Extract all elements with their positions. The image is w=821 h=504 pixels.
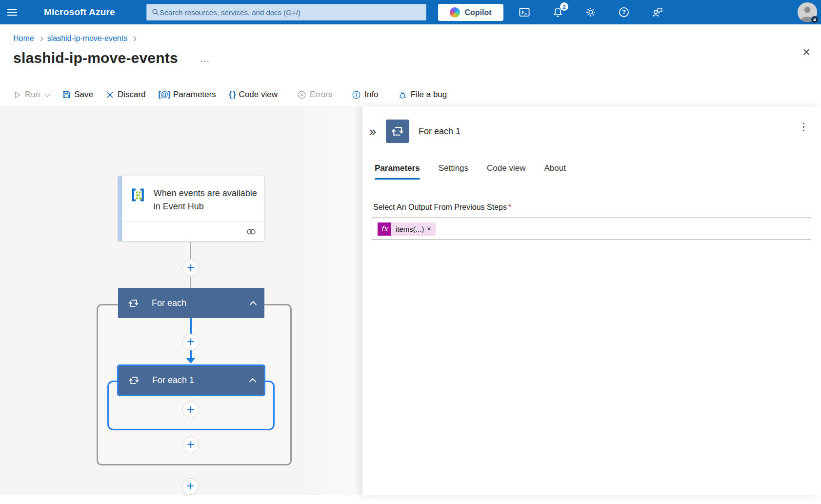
- designer-canvas[interactable]: When events are available in Event Hub +: [0, 106, 362, 495]
- foreach-loop-icon: [128, 298, 139, 308]
- search-icon: [152, 8, 160, 16]
- tab-about[interactable]: About: [544, 163, 565, 180]
- add-step-button[interactable]: +: [182, 334, 199, 350]
- required-marker: *: [508, 203, 511, 211]
- collapse-chevron-up-icon[interactable]: [250, 301, 257, 307]
- notification-badge: 2: [560, 2, 568, 11]
- breadcrumb-current-link[interactable]: slashid-ip-move-events: [47, 34, 128, 43]
- copilot-button[interactable]: Copilot: [438, 4, 503, 21]
- hamburger-icon: [7, 12, 17, 13]
- foreach1-details-panel: » For each 1 ⋮ Parameters Settings Code …: [362, 106, 821, 495]
- bug-icon: [398, 90, 407, 100]
- trigger-accent-bar: [118, 176, 122, 241]
- add-step-button[interactable]: +: [182, 260, 199, 276]
- foreach-panel-loop-icon: [386, 120, 409, 143]
- foreach1-label: For each 1: [152, 375, 250, 385]
- panel-header: » For each 1 ⋮: [362, 106, 821, 143]
- fx-icon: fx: [378, 222, 391, 236]
- svg-text:?: ?: [622, 9, 626, 16]
- code-view-button[interactable]: { } Code view: [222, 83, 284, 106]
- token-remove-icon[interactable]: ×: [427, 225, 431, 233]
- discard-x-icon: [106, 91, 114, 99]
- feedback-icon[interactable]: [648, 3, 666, 21]
- info-icon: [352, 90, 361, 100]
- foreach-header[interactable]: For each: [118, 288, 264, 318]
- info-button[interactable]: Info: [345, 83, 384, 106]
- connector-line-blue: [190, 318, 192, 334]
- token-text: items(...): [396, 225, 424, 233]
- expression-token[interactable]: fx items(...) ×: [378, 222, 436, 236]
- hamburger-menu-button[interactable]: [0, 0, 24, 24]
- discard-button[interactable]: Discard: [100, 83, 152, 106]
- collapse-chevron-up-icon[interactable]: [249, 378, 256, 385]
- foreach-loop-icon: [129, 375, 139, 385]
- add-step-button[interactable]: +: [182, 402, 199, 418]
- kebab-menu-icon[interactable]: ⋮: [799, 121, 809, 133]
- foreach-label: For each: [152, 298, 251, 308]
- parameters-icon: [@]: [159, 90, 170, 99]
- breadcrumb-chevron-icon: [38, 37, 43, 41]
- page-title: slashid-ip-move-events: [13, 50, 178, 66]
- errors-button[interactable]: Errors: [291, 83, 339, 106]
- play-icon: [13, 91, 21, 99]
- panel-title: For each 1: [419, 126, 461, 137]
- title-row: slashid-ip-move-events … ×: [0, 43, 821, 66]
- run-chevron-down-icon: [45, 91, 50, 97]
- search-input[interactable]: [160, 8, 421, 17]
- tab-code-view[interactable]: Code view: [487, 163, 525, 180]
- save-button[interactable]: Save: [56, 83, 100, 106]
- avatar-lock-icon: [811, 16, 818, 23]
- close-icon[interactable]: ×: [802, 46, 810, 59]
- event-hub-icon: [130, 187, 146, 203]
- copilot-logo-icon: [450, 7, 460, 18]
- field-label: Select An Output From Previous Steps: [373, 203, 507, 211]
- collapse-panel-icon[interactable]: »: [369, 125, 376, 138]
- designer-toolbar: Run Save Discard [@] Parameters { } Code…: [0, 83, 821, 106]
- settings-gear-icon[interactable]: [581, 3, 600, 21]
- output-input[interactable]: fx items(...) ×: [372, 218, 811, 240]
- cloud-shell-icon[interactable]: [515, 3, 534, 21]
- foreach1-header[interactable]: For each 1: [119, 366, 264, 395]
- trigger-card-event-hub[interactable]: When events are available in Event Hub: [118, 176, 265, 242]
- connector-line-blue: [190, 350, 192, 359]
- connection-link-icon[interactable]: [246, 226, 257, 237]
- global-search[interactable]: [146, 4, 426, 20]
- save-icon: [62, 90, 71, 99]
- account-avatar[interactable]: [798, 2, 817, 22]
- errors-icon: [297, 90, 306, 100]
- tab-parameters[interactable]: Parameters: [375, 163, 420, 180]
- connector-arrow-icon: [186, 358, 195, 363]
- trigger-title: When events are available in Event Hub: [154, 187, 258, 213]
- brand-title[interactable]: Microsoft Azure: [44, 7, 115, 18]
- parameters-button[interactable]: [@] Parameters: [152, 83, 222, 106]
- tab-settings[interactable]: Settings: [439, 163, 468, 180]
- title-more-button[interactable]: …: [200, 53, 210, 66]
- add-step-button[interactable]: +: [182, 437, 199, 453]
- code-braces-icon: { }: [229, 90, 236, 99]
- help-icon[interactable]: ?: [615, 3, 633, 21]
- add-step-button[interactable]: +: [182, 478, 199, 495]
- azure-top-bar: Microsoft Azure Copilot 2: [0, 0, 821, 24]
- breadcrumb: Home slashid-ip-move-events: [0, 24, 821, 43]
- topbar-icon-group: 2 ?: [515, 0, 666, 24]
- notifications-bell-icon[interactable]: 2: [548, 3, 567, 21]
- connector-line: [190, 242, 191, 259]
- file-a-bug-button[interactable]: File a bug: [392, 83, 454, 106]
- trigger-footer: [122, 222, 264, 241]
- workspace: When events are available in Event Hub +: [0, 106, 821, 495]
- breadcrumb-chevron-icon: [132, 37, 137, 41]
- breadcrumb-home-link[interactable]: Home: [13, 34, 34, 43]
- run-button[interactable]: Run: [7, 83, 56, 106]
- panel-tabs: Parameters Settings Code view About: [362, 143, 821, 180]
- output-field-group: Select An Output From Previous Steps* fx…: [362, 180, 821, 240]
